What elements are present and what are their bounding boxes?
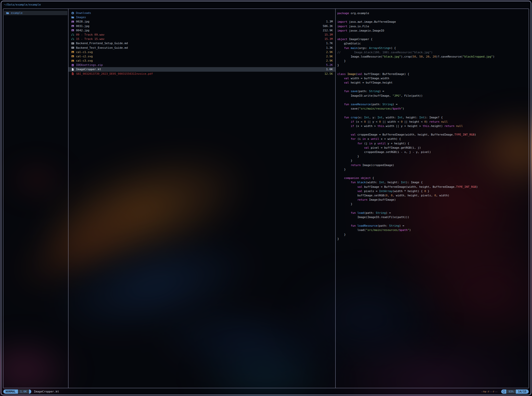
file-size: 12.5K bbox=[324, 72, 333, 76]
file-row[interactable]: 0042.jpg212.9K bbox=[68, 28, 335, 33]
pdf-icon bbox=[71, 72, 74, 75]
file-size: 2.9K bbox=[326, 59, 333, 63]
code-line: for (i in x until x + width) { bbox=[337, 137, 529, 141]
vector-icon bbox=[71, 50, 74, 54]
file-name: Images bbox=[76, 15, 331, 19]
file-name: 15 - Track 15.wav bbox=[76, 37, 322, 41]
terminal-window: ~/Data/example/example example Downloads… bbox=[1, 1, 531, 395]
file-row[interactable]: 09 - Track 09.wav15.3M bbox=[68, 33, 335, 37]
code-line: val height = buffImage.height bbox=[337, 81, 529, 85]
file-name: 0042.jpg bbox=[76, 28, 321, 33]
file-size: 2.9K bbox=[326, 50, 333, 54]
archive-icon bbox=[71, 64, 74, 67]
archive-icon bbox=[71, 64, 74, 66]
file-icon bbox=[71, 68, 74, 71]
file-name: 0031.jpg bbox=[76, 24, 321, 28]
code-line: val width = buffImage.width bbox=[337, 76, 529, 81]
code-line: return Image(buffImage) bbox=[337, 198, 529, 202]
file-name: cal-c2.svg bbox=[76, 54, 324, 59]
file-icon bbox=[71, 68, 74, 71]
code-line: // Image.black(100, 100).saveResource("b… bbox=[337, 50, 529, 55]
image-icon bbox=[71, 29, 74, 32]
vector-icon bbox=[71, 59, 74, 62]
file-row[interactable]: cal-c1.svg2.9K bbox=[68, 50, 335, 54]
file-row[interactable]: IDEAsettings.zip5.2K bbox=[68, 63, 335, 67]
code-line: fun save(path: String) = bbox=[337, 89, 529, 93]
code-line: import java.awt.image.BufferedImage bbox=[337, 20, 529, 24]
vector-icon bbox=[71, 55, 74, 58]
file-size: 1.7K bbox=[326, 41, 333, 45]
file-row[interactable]: Backend_Test_Execution_Guide.md1.3K bbox=[68, 46, 335, 50]
code-line: val pixels = IntArray(width * height) { … bbox=[337, 189, 529, 193]
file-manager-panes: example DownloadsImages0028.jpg1.3M0031.… bbox=[3, 9, 529, 388]
folder-icon bbox=[71, 16, 74, 19]
file-size: 1.3K bbox=[326, 46, 333, 50]
current-directory-pane: DownloadsImages0028.jpg1.3M0031.jpg586.3… bbox=[68, 9, 335, 388]
code-line bbox=[337, 98, 529, 102]
file-name: 09 - Track 09.wav bbox=[76, 33, 322, 37]
file-name: Backend_Frontend_Setup_Guide.md bbox=[76, 41, 324, 45]
code-line: fun main(args: Array<String>) { bbox=[337, 46, 529, 50]
parent-directory-pane: example bbox=[3, 9, 68, 388]
markdown-icon bbox=[71, 46, 74, 49]
folder-icon bbox=[6, 12, 9, 15]
file-row[interactable]: Images bbox=[68, 15, 335, 19]
code-line bbox=[337, 33, 529, 37]
code-line: } bbox=[337, 202, 529, 206]
vector-icon bbox=[71, 59, 74, 62]
code-line: croppedImage.setRGB(i - x, j - y, pixel) bbox=[337, 150, 529, 154]
file-row[interactable]: cal-c2.svg2.9K bbox=[68, 54, 335, 59]
code-line: val croppedImage = BufferedImage(width, … bbox=[337, 133, 529, 137]
markdown-icon bbox=[71, 42, 74, 45]
permissions-text: -rw-r--r-- bbox=[481, 390, 498, 393]
file-row[interactable]: Backend_Frontend_Setup_Guide.md1.7K bbox=[68, 41, 335, 45]
code-line: import javax.imageio.ImageIO bbox=[337, 29, 529, 33]
code-line: companion object { bbox=[337, 176, 529, 180]
vector-icon bbox=[71, 51, 74, 54]
code-line: if (x < 0 || y < 0 || width < 0 || heigh… bbox=[337, 120, 529, 124]
code-line: @JvmStatic bbox=[337, 41, 529, 46]
file-row[interactable]: SBI_0032013739_2023_DE05_0003155631Invoi… bbox=[68, 72, 335, 76]
file-size: 1.3M bbox=[326, 19, 333, 24]
file-row[interactable]: 0028.jpg1.3M bbox=[68, 19, 335, 24]
pdf-icon bbox=[71, 72, 74, 75]
image-icon bbox=[71, 20, 74, 23]
code-line: if (x + width > this.width || y + height… bbox=[337, 124, 529, 128]
file-row[interactable]: Downloads bbox=[68, 11, 335, 15]
file-name: SBI_0032013739_2023_DE05_0003155631Invoi… bbox=[76, 72, 322, 76]
code-line: return Image(croppedImage) bbox=[337, 163, 529, 167]
file-row[interactable]: cal-c3.svg2.9K bbox=[68, 59, 335, 63]
parent-dir-item[interactable]: example bbox=[4, 11, 67, 15]
file-size: 2.9K bbox=[326, 54, 333, 59]
vector-icon bbox=[71, 55, 74, 58]
file-preview-pane: package org.example import java.awt.imag… bbox=[335, 9, 529, 388]
image-icon bbox=[71, 25, 74, 28]
file-name: example bbox=[11, 11, 65, 15]
file-size: 586.3K bbox=[323, 24, 333, 28]
mode-badge: NORMAL bbox=[3, 389, 18, 394]
downloads-icon bbox=[71, 12, 74, 14]
file-name: cal-c3.svg bbox=[76, 59, 324, 63]
code-line: fun crop(x: Int, y: Int, width: Int, hei… bbox=[337, 115, 529, 120]
mode-pill: NORMAL 1.6K bbox=[3, 389, 31, 394]
file-name: ImageCropper.kt bbox=[76, 67, 324, 71]
code-line: fun black(width: Int, height: Int): Imag… bbox=[337, 180, 529, 184]
image-icon bbox=[71, 20, 74, 23]
code-line: } bbox=[337, 232, 529, 237]
file-row[interactable]: 15 - Track 15.wav15.3M bbox=[68, 37, 335, 41]
code-line: for (j in y until y + height) { bbox=[337, 141, 529, 146]
code-line bbox=[337, 219, 529, 224]
code-line bbox=[337, 128, 529, 133]
code-line: fun load(path: String) = bbox=[337, 211, 529, 215]
file-row[interactable]: 0031.jpg586.3K bbox=[68, 24, 335, 28]
folder-icon bbox=[71, 16, 74, 19]
code-line: ImageIO.write(buffImage, "JPG", File(pat… bbox=[337, 94, 529, 98]
code-line bbox=[337, 206, 529, 210]
code-line bbox=[337, 172, 529, 176]
file-row[interactable]: ImageCropper.kt1.6K bbox=[68, 67, 335, 71]
code-line: save("src/main/resources/$path") bbox=[337, 107, 529, 111]
file-size: 15.3M bbox=[324, 33, 333, 37]
code-line bbox=[337, 67, 529, 72]
file-name: IDEAsettings.zip bbox=[76, 63, 324, 67]
file-size: 212.9K bbox=[323, 28, 333, 33]
